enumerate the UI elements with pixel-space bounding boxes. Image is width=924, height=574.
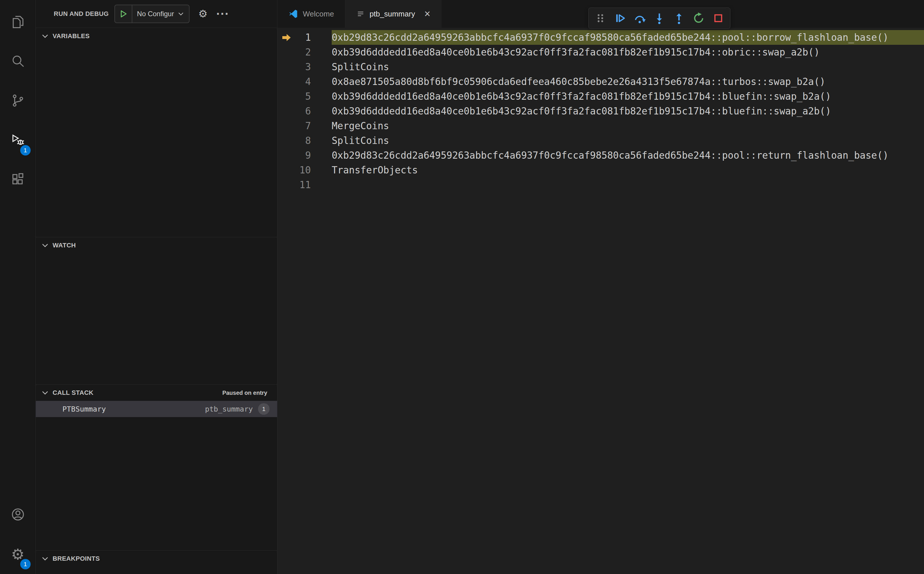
tab-welcome[interactable]: Welcome [277, 0, 345, 28]
vscode-window: 1 ⚙ 1 [0, 0, 924, 574]
source-control-icon [10, 93, 25, 109]
code-line[interactable]: 90xb29d83c26cdd2a64959263abbcfc4a6937f0c… [277, 148, 924, 163]
code-line[interactable]: 10TransferObjects [277, 163, 924, 177]
debug-toolbar [588, 8, 730, 29]
breakpoints-section-header[interactable]: BREAKPOINTS [36, 550, 277, 567]
code-line[interactable]: 11 [277, 177, 924, 192]
activity-bar: 1 ⚙ 1 [0, 0, 36, 574]
code-text: 0xb39d6dddedd16ed8a40ce0b1e6b43c92acf0ff… [332, 45, 924, 60]
sidebar-header: RUN AND DEBUG No Configur ⚙ ··· [36, 0, 277, 28]
line-number: 3 [296, 61, 311, 73]
text-file-icon [356, 9, 365, 18]
sidebar-title: RUN AND DEBUG [54, 10, 109, 17]
continue-button[interactable] [611, 9, 630, 27]
code-text: TransferObjects [332, 163, 924, 177]
variables-section: VARIABLES [36, 28, 277, 237]
step-over-button[interactable] [630, 9, 649, 27]
code-text: 0xb39d6dddedd16ed8a40ce0b1e6b43c92acf0ff… [332, 89, 924, 104]
start-debugging-icon[interactable] [115, 5, 132, 22]
editor-lines[interactable]: 10xb29d83c26cdd2a64959263abbcfc4a6937f0c… [277, 28, 924, 574]
sidebar-item-explorer[interactable] [0, 3, 36, 42]
line-number: 6 [296, 106, 311, 117]
line-number: 11 [296, 179, 311, 191]
drag-handle[interactable] [591, 9, 610, 27]
debug-config-dropdown[interactable]: No Configur [115, 5, 189, 23]
line-number: 2 [296, 47, 311, 58]
code-text: 0x8ae871505a80d8bf6bf9c05906cda6edfeea46… [332, 74, 924, 89]
restart-button[interactable] [689, 9, 708, 27]
paused-status-badge: Paused on entry [222, 390, 267, 396]
code-line[interactable]: 3SplitCoins [277, 60, 924, 74]
code-line[interactable]: 20xb39d6dddedd16ed8a40ce0b1e6b43c92acf0f… [277, 45, 924, 60]
session-count-badge: 1 [258, 403, 269, 415]
tab-ptb-summary[interactable]: ptb_summary × [345, 0, 442, 28]
line-number: 5 [296, 91, 311, 102]
breakpoints-section: BREAKPOINTS [36, 550, 277, 574]
accounts-button[interactable] [0, 495, 36, 535]
code-text: 0xb29d83c26cdd2a64959263abbcfc4a6937f0c9… [332, 30, 924, 45]
chevron-down-icon [41, 32, 49, 40]
sidebar-item-extensions[interactable] [0, 160, 36, 199]
code-line[interactable]: 7MergeCoins [277, 118, 924, 133]
settings-button[interactable]: ⚙ 1 [0, 535, 36, 574]
debug-stackframe-arrow-icon [277, 33, 296, 43]
sidebar-item-run-and-debug[interactable]: 1 [0, 121, 36, 160]
sidebar-item-search[interactable] [0, 42, 36, 82]
settings-badge: 1 [20, 559, 31, 569]
vscode-logo-icon [288, 9, 298, 19]
code-line[interactable]: 50xb39d6dddedd16ed8a40ce0b1e6b43c92acf0f… [277, 89, 924, 104]
code-text: MergeCoins [332, 118, 924, 133]
account-icon [10, 507, 25, 523]
run-and-debug-sidebar: RUN AND DEBUG No Configur ⚙ ··· VARIABLE… [36, 0, 277, 574]
editor-area: Welcome ptb_summary × [277, 0, 924, 574]
code-line[interactable]: 10xb29d83c26cdd2a64959263abbcfc4a6937f0c… [277, 30, 924, 45]
line-number: 10 [296, 164, 311, 176]
debug-settings-gear-icon[interactable]: ⚙ [198, 9, 208, 19]
step-into-button[interactable] [650, 9, 669, 27]
call-stack-frame-row[interactable]: PTBSummary ptb_summary 1 [36, 401, 277, 417]
chevron-down-icon [41, 389, 49, 397]
call-stack-label: CALL STACK [53, 389, 94, 397]
files-icon [10, 14, 25, 31]
frame-name: PTBSummary [62, 405, 106, 413]
frame-source: ptb_summary [205, 405, 253, 413]
call-stack-section-header[interactable]: CALL STACK Paused on entry [36, 385, 277, 401]
extensions-icon [10, 172, 25, 188]
code-text: 0xb39d6dddedd16ed8a40ce0b1e6b43c92acf0ff… [332, 104, 924, 118]
code-text: SplitCoins [332, 60, 924, 74]
watch-section: WATCH [36, 237, 277, 385]
watch-section-header[interactable]: WATCH [36, 237, 277, 254]
code-text: SplitCoins [332, 133, 924, 148]
tab-label: Welcome [303, 9, 334, 19]
chevron-down-icon [41, 555, 49, 563]
variables-section-header[interactable]: VARIABLES [36, 28, 277, 44]
line-number: 7 [296, 120, 311, 131]
chevron-down-icon [178, 10, 184, 17]
stop-button[interactable] [709, 9, 728, 27]
call-stack-section: CALL STACK Paused on entry PTBSummary pt… [36, 385, 277, 550]
line-number: 9 [296, 150, 311, 161]
close-icon[interactable]: × [424, 9, 430, 19]
config-dropdown-label: No Configur [137, 10, 174, 18]
chevron-down-icon [41, 241, 49, 249]
line-number: 8 [296, 135, 311, 146]
watch-label: WATCH [53, 241, 76, 249]
sidebar-item-source-control[interactable] [0, 82, 36, 121]
code-line[interactable]: 60xb39d6dddedd16ed8a40ce0b1e6b43c92acf0f… [277, 104, 924, 118]
code-line[interactable]: 40x8ae871505a80d8bf6bf9c05906cda6edfeea4… [277, 74, 924, 89]
tab-label: ptb_summary [370, 9, 415, 19]
variables-label: VARIABLES [53, 32, 90, 40]
code-text: 0xb29d83c26cdd2a64959263abbcfc4a6937f0c9… [332, 148, 924, 163]
search-icon [10, 54, 25, 70]
breakpoints-label: BREAKPOINTS [53, 555, 100, 563]
debug-badge: 1 [20, 145, 31, 156]
line-number: 1 [296, 32, 311, 43]
code-line[interactable]: 8SplitCoins [277, 133, 924, 148]
line-number: 4 [296, 76, 311, 87]
step-out-button[interactable] [669, 9, 688, 27]
more-actions-icon[interactable]: ··· [216, 8, 229, 20]
